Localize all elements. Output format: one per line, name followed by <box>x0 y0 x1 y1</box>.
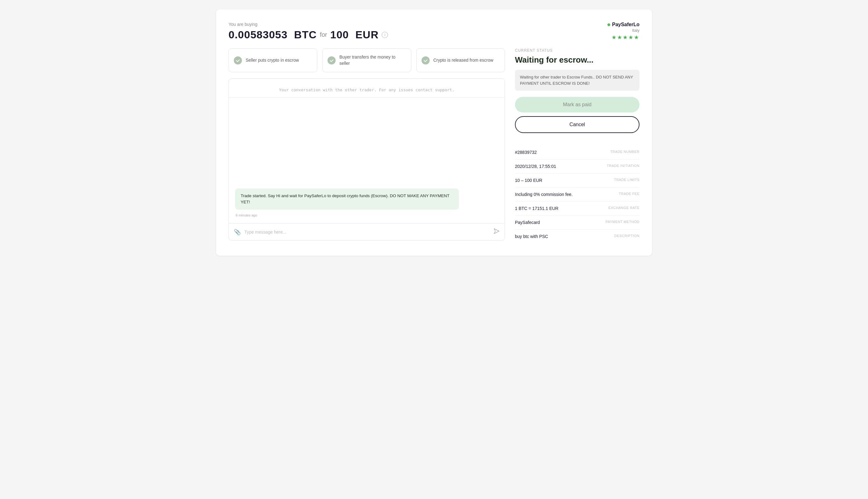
step-3-text: Crypto is released from escrow <box>433 57 494 63</box>
seller-name[interactable]: PaySaferLo <box>612 22 640 27</box>
buying-amount: 0.00583053 BTC for 100 EUR i <box>228 29 388 41</box>
chat-area: Your conversation with the other trader.… <box>228 78 505 241</box>
trade-row-fee: Including 0% commission fee. TRADE FEE <box>515 187 640 202</box>
seller-stars: ★★★★★ <box>611 34 640 41</box>
left-panel: Seller puts crypto in escrow Buyer trans… <box>228 48 505 243</box>
btc-amount: 0.00583053 BTC <box>228 29 317 41</box>
trade-initiation-value: 2020/12/28, 17:55:01 <box>515 164 556 169</box>
buying-section: You are buying 0.00583053 BTC for 100 EU… <box>228 22 388 41</box>
trade-payment-key: PAYMENT METHOD <box>606 220 640 224</box>
chat-input[interactable] <box>244 230 490 234</box>
trade-row-number: #28839732 TRADE NUMBER <box>515 145 640 159</box>
online-dot <box>607 23 610 26</box>
current-status-label: CURRENT STATUS <box>515 48 640 53</box>
chat-messages: Trade started. Say Hi and wait for PaySa… <box>229 97 505 223</box>
buying-label: You are buying <box>228 22 388 27</box>
cancel-button[interactable]: Cancel <box>515 116 640 133</box>
main-layout: Seller puts crypto in escrow Buyer trans… <box>228 48 640 243</box>
trade-limits-key: TRADE LIMITS <box>614 178 640 182</box>
main-container: You are buying 0.00583053 BTC for 100 EU… <box>216 9 652 256</box>
trade-row-description: buy btc with PSC DESCRIPTION <box>515 230 640 243</box>
trade-number-value: #28839732 <box>515 150 537 155</box>
trade-row-payment: PaySafecard PAYMENT METHOD <box>515 216 640 230</box>
trade-details: #28839732 TRADE NUMBER 2020/12/28, 17:55… <box>515 145 640 243</box>
status-title: Waiting for escrow... <box>515 55 640 65</box>
seller-name-row: PaySaferLo <box>607 22 640 27</box>
trade-description-key: DESCRIPTION <box>614 234 640 238</box>
steps-row: Seller puts crypto in escrow Buyer trans… <box>228 48 505 72</box>
step-1-text: Seller puts crypto in escrow <box>246 57 299 63</box>
info-icon[interactable]: i <box>382 32 388 38</box>
trade-row-initiation: 2020/12/28, 17:55:01 TRADE INITIATION <box>515 159 640 173</box>
trade-payment-value: PaySafecard <box>515 220 540 225</box>
step-3-check <box>422 57 430 64</box>
step-1-check <box>234 57 242 64</box>
step-2-text: Buyer transfers the money to seller <box>339 54 406 66</box>
trade-fee-key: TRADE FEE <box>619 192 640 196</box>
seller-country: Italy <box>632 28 640 33</box>
top-bar: You are buying 0.00583053 BTC for 100 EU… <box>228 22 640 41</box>
for-text: for <box>320 31 327 38</box>
trade-row-exchange: 1 BTC = 17151.1 EUR EXCHANGE RATE <box>515 202 640 216</box>
step-1-card: Seller puts crypto in escrow <box>228 48 317 72</box>
trade-number-key: TRADE NUMBER <box>610 150 640 154</box>
trade-initiation-key: TRADE INITIATION <box>607 164 640 168</box>
send-icon[interactable] <box>494 228 500 236</box>
step-2-card: Buyer transfers the money to seller <box>322 48 411 72</box>
trade-limits-value: 10 – 100 EUR <box>515 178 542 183</box>
seller-info: PaySaferLo Italy ★★★★★ <box>607 22 640 41</box>
system-message: Trade started. Say Hi and wait for PaySa… <box>235 188 459 210</box>
step-2-check <box>327 57 336 64</box>
chat-input-row: 📎 <box>229 223 505 240</box>
trade-row-limits: 10 – 100 EUR TRADE LIMITS <box>515 173 640 187</box>
trade-exchange-value: 1 BTC = 17151.1 EUR <box>515 206 559 211</box>
eur-amount: 100 EUR <box>330 29 379 41</box>
step-3-card: Crypto is released from escrow <box>416 48 505 72</box>
status-box: Waiting for other trader to Escrow Funds… <box>515 70 640 90</box>
trade-exchange-key: EXCHANGE RATE <box>608 206 640 210</box>
trade-fee-value: Including 0% commission fee. <box>515 192 572 197</box>
chat-header-note: Your conversation with the other trader.… <box>229 79 505 97</box>
attach-icon[interactable]: 📎 <box>234 229 241 235</box>
trade-description-value: buy btc with PSC <box>515 234 548 239</box>
message-time: 6 minutes ago <box>235 214 498 217</box>
right-panel: CURRENT STATUS Waiting for escrow... Wai… <box>515 48 640 243</box>
mark-as-paid-button: Mark as paid <box>515 97 640 112</box>
